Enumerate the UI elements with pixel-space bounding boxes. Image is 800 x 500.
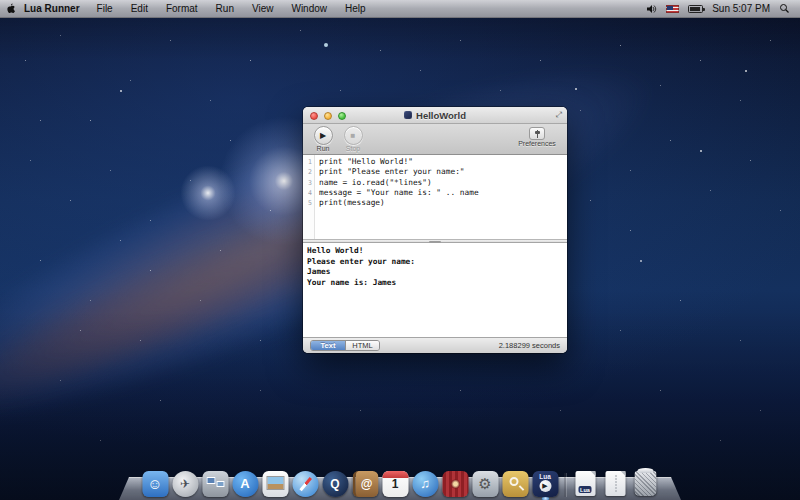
mission-control-icon <box>202 471 228 497</box>
output-line: Your name is: James <box>307 278 563 289</box>
code-line[interactable]: message = "Your name is: " .. name <box>319 188 567 198</box>
traffic-lights <box>310 112 346 120</box>
menu-app-name[interactable]: Lua Runner <box>20 0 88 18</box>
magnifier-box-icon <box>502 471 528 497</box>
menu-view[interactable]: View <box>243 0 283 18</box>
menu-bar-status: Sun 5:07 PM <box>646 3 800 14</box>
dock-item-lua-document[interactable]: Lua <box>572 470 599 497</box>
itunes-icon: ♫ <box>412 471 438 497</box>
dock-item-trash[interactable] <box>632 470 659 497</box>
output-line: Please enter your name: <box>307 257 563 268</box>
dock-item-mission-control[interactable] <box>202 470 229 497</box>
output-line: James <box>307 267 563 278</box>
quicktime-icon: Q <box>322 471 348 497</box>
line-number: 3 <box>303 178 314 188</box>
stop-button-label: Stop <box>339 145 367 152</box>
spotlight-icon[interactable] <box>779 3 790 14</box>
output-mode-segmented-control: Text HTML <box>310 340 380 351</box>
dock-item-lua-runner[interactable]: Lua ▶ <box>532 470 559 497</box>
dock-item-system-preferences[interactable]: ⚙ <box>472 470 499 497</box>
zip-document-icon <box>605 471 625 496</box>
zoom-button[interactable] <box>338 112 346 120</box>
apple-menu[interactable] <box>0 2 20 15</box>
finder-icon: ☺ <box>142 471 168 497</box>
close-button[interactable] <box>310 112 318 120</box>
dock-item-app-store[interactable]: A <box>232 470 259 497</box>
menu-bar-clock[interactable]: Sun 5:07 PM <box>712 3 770 14</box>
dock: ☺ ✈ A Q @ 1 ♫ ⚙ Lua ▶ <box>142 470 659 497</box>
run-button-label: Run <box>309 145 337 152</box>
lua-document-icon: Lua <box>575 471 595 496</box>
document-proxy-icon[interactable] <box>404 111 412 119</box>
dock-item-safari[interactable] <box>292 470 319 497</box>
app-store-icon: A <box>232 471 258 497</box>
dock-item-preview[interactable] <box>262 470 289 497</box>
menu-run[interactable]: Run <box>207 0 243 18</box>
line-number: 5 <box>303 198 314 208</box>
line-number: 1 <box>303 157 314 167</box>
gear-icon: ⚙ <box>472 471 498 497</box>
dock-item-launchpad[interactable]: ✈ <box>172 470 199 497</box>
preview-icon <box>262 471 288 497</box>
dock-item-itunes[interactable]: ♫ <box>412 470 439 497</box>
fullscreen-icon[interactable]: ⤢ <box>556 110 562 120</box>
volume-icon[interactable] <box>646 4 657 14</box>
stop-button[interactable]: ■ Stop <box>339 126 367 152</box>
dock-item-calendar[interactable]: 1 <box>382 470 409 497</box>
run-button[interactable]: ▶ Run <box>309 126 337 152</box>
slider-icon <box>534 130 541 138</box>
code-line[interactable]: name = io.read("*lines") <box>319 178 567 188</box>
photo-booth-curtain-icon <box>442 471 468 497</box>
line-number: 2 <box>303 167 314 177</box>
preferences-button[interactable]: Preferences <box>511 127 563 147</box>
dock-item-finder[interactable]: ☺ <box>142 470 169 497</box>
code-line[interactable]: print(message) <box>319 198 567 208</box>
elapsed-time: 2.188299 seconds <box>499 341 560 350</box>
menu-help[interactable]: Help <box>336 0 375 18</box>
tab-text[interactable]: Text <box>311 341 345 350</box>
menu-edit[interactable]: Edit <box>122 0 157 18</box>
output-line: Hello World! <box>307 246 563 257</box>
dock-item-zip-document[interactable] <box>602 470 629 497</box>
code-editor[interactable]: 1 2 3 4 5 print "Hello World!" print "Pl… <box>303 155 567 239</box>
minimize-button[interactable] <box>324 112 332 120</box>
line-number-gutter: 1 2 3 4 5 <box>303 155 315 239</box>
dock-item-photo-booth[interactable] <box>442 470 469 497</box>
menu-window[interactable]: Window <box>282 0 336 18</box>
output-pane[interactable]: Hello World! Please enter your name: Jam… <box>303 243 567 337</box>
dock-item-quicktime[interactable]: Q <box>322 470 349 497</box>
app-window-helloworld: HelloWorld ⤢ ▶ Run ■ Stop Preferences 1 … <box>303 107 567 353</box>
preferences-button-label: Preferences <box>511 140 563 147</box>
contacts-book-icon: @ <box>352 471 378 497</box>
lua-document-badge: Lua <box>578 486 592 493</box>
code-line[interactable]: print "Please enter your name:" <box>319 167 567 177</box>
calendar-icon: 1 <box>382 471 408 497</box>
window-toolbar: ▶ Run ■ Stop Preferences <box>303 124 567 155</box>
battery-icon[interactable] <box>688 5 703 13</box>
window-title-bar[interactable]: HelloWorld ⤢ <box>303 107 567 124</box>
menu-bar: Lua Runner File Edit Format Run View Win… <box>0 0 800 18</box>
menu-format[interactable]: Format <box>157 0 207 18</box>
code-text[interactable]: print "Hello World!" print "Please enter… <box>315 155 567 239</box>
apple-logo-icon <box>5 2 16 15</box>
pane-splitter[interactable] <box>303 239 567 243</box>
launchpad-icon: ✈ <box>172 471 198 497</box>
window-status-bar: Text HTML 2.188299 seconds <box>303 337 567 353</box>
menu-file[interactable]: File <box>88 0 122 18</box>
stop-square-icon: ■ <box>351 131 356 140</box>
input-language-flag-icon[interactable] <box>666 5 679 13</box>
safari-compass-icon <box>292 471 318 497</box>
dock-item-archive-utility[interactable] <box>502 470 529 497</box>
dock-separator <box>565 473 566 497</box>
code-line[interactable]: print "Hello World!" <box>319 157 567 167</box>
window-title: HelloWorld <box>416 110 466 121</box>
splitter-grab-handle[interactable] <box>429 241 441 243</box>
dock-item-contacts[interactable]: @ <box>352 470 379 497</box>
line-number: 4 <box>303 188 314 198</box>
lua-runner-play-icon: ▶ <box>539 480 551 492</box>
window-title-group: HelloWorld <box>404 110 466 121</box>
tab-html[interactable]: HTML <box>345 341 379 350</box>
trash-icon <box>634 471 656 496</box>
run-play-icon: ▶ <box>320 131 326 140</box>
lua-runner-icon: Lua ▶ <box>532 471 558 497</box>
